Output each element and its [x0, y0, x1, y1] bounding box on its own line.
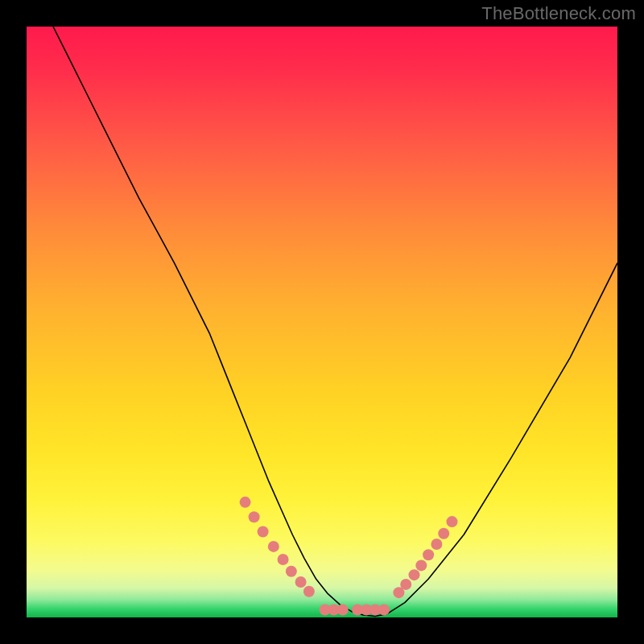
bottleneck-curve — [53, 27, 617, 617]
data-dot — [431, 539, 442, 550]
data-dot — [303, 586, 315, 597]
data-dot — [378, 604, 390, 615]
data-dot — [446, 516, 457, 527]
data-dot — [268, 541, 279, 552]
data-dot — [278, 554, 289, 565]
data-dots — [240, 497, 458, 616]
watermark-text: TheBottleneck.com — [481, 3, 636, 24]
data-dot — [249, 511, 260, 522]
data-dot — [258, 526, 269, 538]
data-dot — [286, 566, 297, 577]
chart-frame — [27, 27, 617, 617]
data-dot — [438, 528, 449, 539]
data-dot — [337, 604, 349, 615]
data-dot — [415, 559, 427, 571]
chart-svg — [27, 27, 617, 617]
data-dot — [409, 569, 420, 580]
data-dot — [295, 576, 307, 588]
data-dot — [400, 579, 411, 590]
data-dot — [423, 549, 434, 560]
page-root: TheBottleneck.com — [0, 0, 644, 644]
data-dot — [240, 497, 251, 508]
